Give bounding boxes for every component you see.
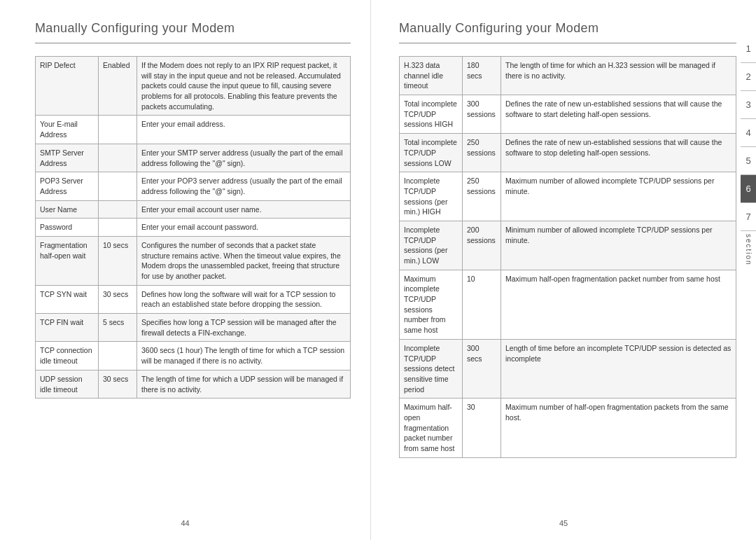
- cell-name: Your E-mail Address: [36, 116, 99, 144]
- cell-value: 200 sessions: [463, 221, 501, 270]
- left-page-number: 44: [181, 519, 189, 527]
- cell-value: Enabled: [99, 57, 137, 116]
- cell-value: 10 secs: [99, 236, 137, 285]
- left-table: RIP DefectEnabledIf the Modem does not r…: [35, 56, 351, 399]
- cell-desc: Length of time before an incomplete TCP/…: [501, 339, 736, 398]
- cell-name: POP3 Server Address: [36, 172, 99, 200]
- side-tab-5[interactable]: 5: [741, 147, 756, 175]
- cell-value: [99, 342, 137, 370]
- cell-desc: Enter your email address.: [137, 116, 351, 144]
- cell-desc: Maximum number of half-open fragmentatio…: [501, 399, 736, 457]
- cell-desc: The length of time for which an H.323 se…: [501, 57, 736, 95]
- cell-value: [99, 219, 137, 237]
- side-tabs: 1234567section: [741, 35, 756, 266]
- side-tab-1[interactable]: 1: [741, 35, 756, 63]
- table-row: PasswordEnter your email account passwor…: [36, 219, 351, 237]
- side-tab-6[interactable]: 6: [741, 175, 756, 203]
- cell-desc: Enter your POP3 server address (usually …: [137, 172, 351, 200]
- cell-name: SMTP Server Address: [36, 144, 99, 172]
- cell-name: Incomplete TCP/UDP sessions (per min.) H…: [400, 172, 463, 221]
- table-row: Your E-mail AddressEnter your email addr…: [36, 116, 351, 144]
- table-row: User NameEnter your email account user n…: [36, 200, 351, 219]
- cell-desc: Enter your email account user name.: [137, 200, 351, 219]
- table-row: TCP connection idle timeout3600 secs (1 …: [36, 342, 351, 370]
- table-row: TCP SYN wait30 secsDefines how long the …: [36, 285, 351, 313]
- right-title-divider: [399, 43, 736, 43]
- cell-name: TCP connection idle timeout: [36, 342, 99, 370]
- table-row: Incomplete TCP/UDP sessions (per min.) L…: [400, 221, 736, 270]
- cell-name: UDP session idle timeout: [36, 370, 99, 398]
- cell-value: 250 sessions: [463, 172, 501, 221]
- right-page: Manually Configuring your Modem H.323 da…: [371, 0, 756, 540]
- cell-name: TCP SYN wait: [36, 285, 99, 313]
- cell-name: Incomplete TCP/UDP sessions detect sensi…: [400, 339, 463, 398]
- table-row: SMTP Server AddressEnter your SMTP serve…: [36, 144, 351, 172]
- cell-name: H.323 data channel idle timeout: [400, 57, 463, 95]
- cell-desc: Maximum number of allowed incomplete TCP…: [501, 172, 736, 221]
- cell-name: Maximum incomplete TCP/UDP sessions numb…: [400, 270, 463, 339]
- table-row: TCP FIN wait5 secsSpecifies how long a T…: [36, 314, 351, 342]
- cell-name: Fragmentation half-open wait: [36, 236, 99, 285]
- page-container: Manually Configuring your Modem RIP Defe…: [0, 0, 756, 540]
- cell-name: User Name: [36, 200, 99, 219]
- section-label: section: [745, 234, 752, 266]
- table-row: Maximum half-open fragmentation packet n…: [400, 399, 736, 457]
- side-tab-4[interactable]: 4: [741, 119, 756, 147]
- table-row: Maximum incomplete TCP/UDP sessions numb…: [400, 270, 736, 339]
- table-row: H.323 data channel idle timeout180 secsT…: [400, 57, 736, 95]
- cell-value: 250 sessions: [463, 134, 501, 172]
- table-row: UDP session idle timeout30 secsThe lengt…: [36, 370, 351, 398]
- side-tab-2[interactable]: 2: [741, 63, 756, 91]
- cell-desc: 3600 secs (1 hour) The length of time fo…: [137, 342, 351, 370]
- cell-value: [99, 144, 137, 172]
- cell-name: Incomplete TCP/UDP sessions (per min.) L…: [400, 221, 463, 270]
- cell-desc: Enter your email account password.: [137, 219, 351, 237]
- cell-name: Password: [36, 219, 99, 237]
- cell-desc: If the Modem does not reply to an IPX RI…: [137, 57, 351, 116]
- cell-name: Total incomplete TCP/UDP sessions LOW: [400, 134, 463, 172]
- table-row: Incomplete TCP/UDP sessions detect sensi…: [400, 339, 736, 398]
- cell-value: 30 secs: [99, 285, 137, 313]
- cell-desc: Configures the number of seconds that a …: [137, 236, 351, 285]
- cell-name: TCP FIN wait: [36, 314, 99, 342]
- cell-value: 30: [463, 399, 501, 457]
- table-row: RIP DefectEnabledIf the Modem does not r…: [36, 57, 351, 116]
- table-row: Fragmentation half-open wait10 secsConfi…: [36, 236, 351, 285]
- right-table: H.323 data channel idle timeout180 secsT…: [399, 56, 736, 458]
- cell-desc: The length of time for which a UDP sessi…: [137, 370, 351, 398]
- cell-value: 300 secs: [463, 339, 501, 398]
- cell-name: RIP Defect: [36, 57, 99, 116]
- table-row: Total incomplete TCP/UDP sessions HIGH30…: [400, 95, 736, 134]
- cell-value: 10: [463, 270, 501, 339]
- left-page: Manually Configuring your Modem RIP Defe…: [0, 0, 371, 540]
- cell-desc: Defines the rate of new un-established s…: [501, 95, 736, 134]
- table-row: Total incomplete TCP/UDP sessions LOW250…: [400, 134, 736, 172]
- cell-value: [99, 116, 137, 144]
- cell-desc: Minimum number of allowed incomplete TCP…: [501, 221, 736, 270]
- cell-value: 180 secs: [463, 57, 501, 95]
- cell-value: 300 sessions: [463, 95, 501, 134]
- table-row: Incomplete TCP/UDP sessions (per min.) H…: [400, 172, 736, 221]
- cell-value: 5 secs: [99, 314, 137, 342]
- cell-value: 30 secs: [99, 370, 137, 398]
- cell-value: [99, 200, 137, 219]
- left-page-title: Manually Configuring your Modem: [35, 21, 351, 36]
- left-title-divider: [35, 43, 351, 43]
- right-page-title: Manually Configuring your Modem: [399, 21, 736, 36]
- right-page-number: 45: [559, 519, 568, 527]
- cell-desc: Maximum half-open fragmentation packet n…: [501, 270, 736, 339]
- cell-value: [99, 172, 137, 200]
- table-row: POP3 Server AddressEnter your POP3 serve…: [36, 172, 351, 200]
- cell-desc: Enter your SMTP server address (usually …: [137, 144, 351, 172]
- cell-desc: Specifies how long a TCP session will be…: [137, 314, 351, 342]
- cell-desc: Defines the rate of new un-established s…: [501, 134, 736, 172]
- side-tab-3[interactable]: 3: [741, 91, 756, 119]
- cell-name: Maximum half-open fragmentation packet n…: [400, 399, 463, 457]
- cell-name: Total incomplete TCP/UDP sessions HIGH: [400, 95, 463, 134]
- cell-desc: Defines how long the software will wait …: [137, 285, 351, 313]
- side-tab-7[interactable]: 7: [741, 203, 756, 231]
